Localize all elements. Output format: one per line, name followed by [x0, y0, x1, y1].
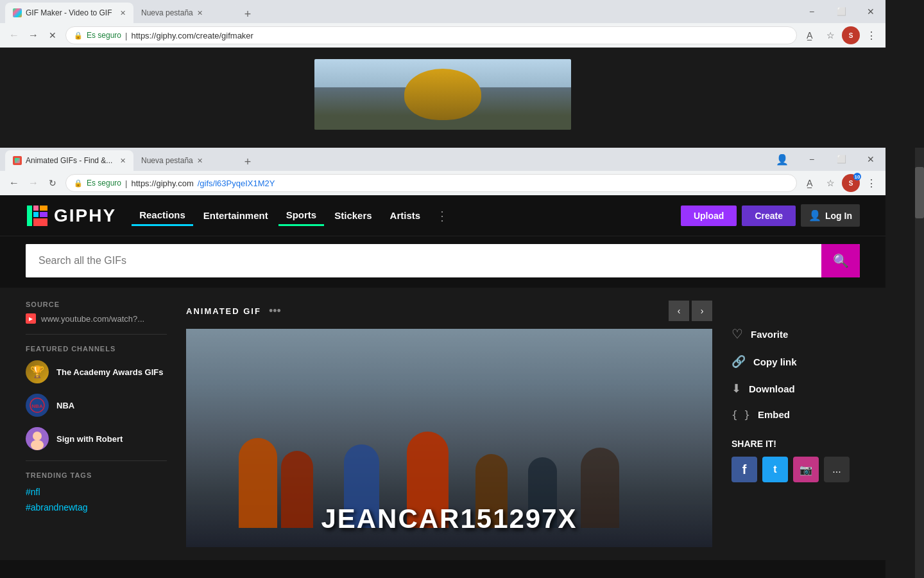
- svg-point-9: [33, 432, 42, 441]
- svg-rect-0: [27, 206, 32, 226]
- reload-button-2[interactable]: ↻: [44, 174, 62, 192]
- channel-item-robert[interactable]: Sign with Robert: [26, 427, 167, 450]
- new-tab-button-2[interactable]: +: [239, 153, 257, 171]
- share-title: SHARE IT!: [732, 439, 860, 449]
- divider-2: [26, 460, 167, 461]
- source-link[interactable]: ▶ www.youtube.com/watch?...: [26, 313, 167, 324]
- gif-options-dots[interactable]: •••: [269, 304, 281, 318]
- channel-name-robert: Sign with Robert: [56, 434, 123, 444]
- url-path-2: /gifs/l63PyqeIX1M2Y: [198, 179, 275, 188]
- menu-button-2[interactable]: ⋮: [862, 174, 880, 192]
- giphy-navbar: GIPHY Reactions Entertainment Sports Sti…: [0, 195, 886, 236]
- maximize-button[interactable]: ⬜: [826, 0, 856, 23]
- giphy-logo-text: GIPHY: [54, 206, 116, 226]
- url-prefix-2: https://giphy.com: [131, 179, 193, 188]
- channel-thumb-robert: [26, 427, 49, 450]
- translate-button-2[interactable]: A̲: [801, 174, 819, 192]
- channel-item-academy[interactable]: 🏆 The Academy Awards GIFs: [26, 360, 167, 383]
- extension-button-2[interactable]: S 10: [842, 174, 860, 192]
- nav-link-reactions[interactable]: Reactions: [132, 206, 193, 226]
- nav-link-entertainment[interactable]: Entertainment: [196, 206, 276, 225]
- back-button[interactable]: ←: [5, 26, 23, 44]
- tab-nueva-1[interactable]: Nueva pestaña ✕: [133, 3, 236, 23]
- secure-label-2: Es seguro: [87, 179, 121, 188]
- secure-icon: 🔒: [74, 31, 83, 40]
- giphy-logo-icon: [26, 204, 49, 227]
- gif-label-text: ANIMATED GIF: [186, 306, 261, 316]
- trending-tag-abrandnewtag[interactable]: #abrandnewtag: [26, 502, 167, 512]
- download-label: Download: [749, 383, 795, 394]
- profile-icon-2[interactable]: 👤: [767, 148, 797, 171]
- share-buttons: f t 📷 ...: [732, 457, 860, 482]
- nav-link-artists[interactable]: Artists: [382, 206, 429, 225]
- gif-header: ANIMATED GIF ••• ‹ ›: [186, 301, 712, 321]
- instagram-share-button[interactable]: 📷: [793, 457, 819, 482]
- scrollbar[interactable]: [915, 148, 924, 578]
- gif-background: JEANCAR151297X: [186, 329, 712, 547]
- channel-item-nba[interactable]: NBA NBA: [26, 394, 167, 417]
- favorite-label: Favorite: [751, 329, 788, 340]
- download-action[interactable]: ⬇ Download: [732, 381, 860, 396]
- copy-link-action[interactable]: 🔗 Copy link: [732, 355, 860, 369]
- download-icon: ⬇: [732, 381, 741, 396]
- twitter-share-button[interactable]: t: [762, 457, 788, 482]
- youtube-icon: ▶: [26, 313, 36, 324]
- gif-label: ANIMATED GIF •••: [186, 304, 281, 318]
- divider-1: [26, 334, 167, 335]
- url-bar[interactable]: 🔒 Es seguro | https://giphy.com/create/g…: [65, 26, 797, 44]
- forward-button[interactable]: →: [24, 26, 42, 44]
- upload-button[interactable]: Upload: [681, 206, 737, 226]
- bookmark-button[interactable]: ☆: [821, 26, 839, 44]
- create-button[interactable]: Create: [742, 206, 796, 226]
- url-display-1: https://giphy.com/create/gifmaker: [131, 31, 253, 40]
- back-button-2[interactable]: ←: [5, 174, 23, 192]
- url-text-1: |: [125, 31, 127, 40]
- url-bar-2[interactable]: 🔒 Es seguro | https://giphy.com/gifs/l63…: [65, 174, 797, 192]
- tab-favicon-animated: [13, 156, 22, 165]
- scrollbar-thumb[interactable]: [915, 167, 924, 218]
- minimize-button[interactable]: −: [797, 0, 826, 23]
- trending-tag-nfl[interactable]: #nfl: [26, 487, 167, 497]
- source-section-title: SOURCE: [26, 301, 167, 308]
- tab-favicon-gifmaker: [13, 8, 22, 17]
- close-icon[interactable]: ✕: [120, 9, 126, 17]
- reload-button[interactable]: ✕: [44, 26, 62, 44]
- url-separator: |: [125, 179, 127, 188]
- tab-animated-gifs[interactable]: Animated GIFs - Find &... ✕: [5, 150, 133, 171]
- forward-button-2[interactable]: →: [24, 174, 42, 192]
- login-button[interactable]: 👤 Log In: [801, 204, 860, 227]
- nav-more-dots[interactable]: ⋮: [431, 208, 454, 223]
- search-section: 🔍: [0, 236, 886, 288]
- search-button[interactable]: 🔍: [821, 244, 860, 277]
- favorite-action[interactable]: ♡ Favorite: [732, 326, 860, 342]
- close-icon[interactable]: ✕: [197, 9, 203, 17]
- close-icon[interactable]: ✕: [197, 157, 203, 165]
- giphy-logo[interactable]: GIPHY: [26, 204, 116, 227]
- sidebar: SOURCE ▶ www.youtube.com/watch?... FEATU…: [26, 301, 167, 547]
- new-tab-button[interactable]: +: [239, 5, 257, 23]
- close-button-2[interactable]: ✕: [856, 148, 886, 171]
- facebook-share-button[interactable]: f: [732, 457, 757, 482]
- nav-link-stickers[interactable]: Stickers: [327, 206, 379, 225]
- tab-title-nueva-2: Nueva pestaña: [141, 156, 193, 165]
- gif-prev-button[interactable]: ‹: [669, 301, 689, 321]
- translate-button[interactable]: A̲: [801, 26, 819, 44]
- close-button[interactable]: ✕: [856, 0, 886, 23]
- embed-action[interactable]: { } Embed: [732, 408, 860, 421]
- nav-link-sports[interactable]: Sports: [278, 206, 325, 226]
- login-label: Log In: [825, 211, 852, 221]
- bookmark-button-2[interactable]: ☆: [821, 174, 839, 192]
- svg-rect-5: [33, 218, 47, 226]
- tab-nueva-2[interactable]: Nueva pestaña ✕: [133, 150, 236, 171]
- more-share-button[interactable]: ...: [824, 457, 850, 482]
- gif-text-overlay: JEANCAR151297X: [186, 504, 712, 534]
- svg-point-10: [31, 440, 44, 450]
- close-icon[interactable]: ✕: [120, 157, 126, 165]
- search-input[interactable]: [26, 244, 821, 277]
- menu-button[interactable]: ⋮: [862, 26, 880, 44]
- maximize-button-2[interactable]: ⬜: [826, 148, 856, 171]
- tab-gifmaker[interactable]: GIF Maker - Video to GIF ✕: [5, 3, 133, 23]
- extension-button[interactable]: S: [842, 26, 860, 44]
- minimize-button-2[interactable]: −: [797, 148, 826, 171]
- gif-next-button[interactable]: ›: [692, 301, 712, 321]
